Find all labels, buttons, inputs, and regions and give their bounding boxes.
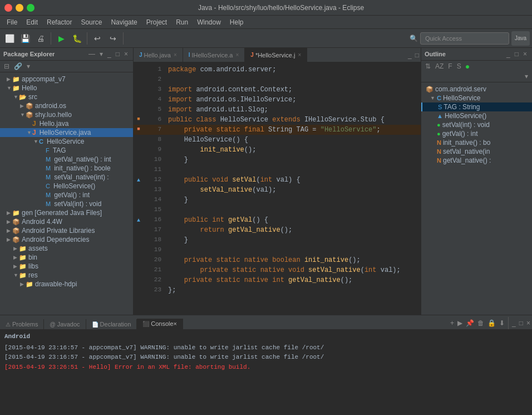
editor-max-button[interactable]: □ [413, 51, 421, 60]
tab-close-button[interactable]: × [174, 320, 177, 327]
menu-window[interactable]: Window [193, 17, 225, 27]
code-line-4: 4 import android.os.IHelloService; [134, 95, 421, 105]
console-close-button[interactable]: × [525, 319, 532, 328]
minimize-button[interactable] [16, 4, 23, 12]
console-min-button[interactable]: _ [510, 319, 518, 328]
outline-close-button[interactable]: × [521, 50, 529, 58]
tab-hello-java[interactable]: J Hello.java × [134, 48, 183, 62]
maximize-panel-button[interactable]: □ [114, 50, 121, 58]
outline-item-getval-native[interactable]: N getVal_native() : [421, 156, 532, 165]
close-button[interactable] [4, 4, 12, 12]
collapse-all-button[interactable]: — [87, 50, 97, 58]
tree-item-android-os[interactable]: ▶ 📦 android.os [0, 101, 133, 110]
menu-help[interactable]: Help [225, 17, 248, 27]
outline-item-init-native[interactable]: N init_native() : bo [421, 138, 532, 147]
redo-button[interactable]: ↪ [106, 31, 120, 46]
code-line-17: 17 return getVal_native(); [134, 225, 421, 235]
tree-item-gen[interactable]: ▶ 📁 gen [Generated Java Files] [0, 208, 133, 217]
menu-project[interactable]: Project [142, 17, 171, 27]
new-console-button[interactable]: + [449, 319, 456, 328]
tree-item-android44w[interactable]: ▶ 📦 Android 4.4W [0, 217, 133, 226]
tree-item-helloservice-class[interactable]: ▼ C HelloService [0, 137, 133, 146]
menu-refactor[interactable]: Refactor [42, 17, 76, 27]
tree-item-bin[interactable]: ▶ 📁 bin [0, 253, 133, 262]
collapse-tree-button[interactable]: ⊟ [2, 62, 11, 71]
run-button[interactable]: ▶ [54, 31, 68, 46]
tab-console[interactable]: ⬛ Console × [137, 319, 183, 329]
tree-item-helloservice-ctor[interactable]: ▶ C HelloService() [0, 182, 133, 191]
print-button[interactable]: 🖨 [33, 31, 48, 46]
tree-item-shy-luo-hello[interactable]: ▼ 📦 shy.luo.hello [0, 110, 133, 119]
sort-alpha-button[interactable]: AZ [434, 62, 445, 71]
tree-item-appcompat[interactable]: ▶ 📁 appcompat_v7 [0, 75, 133, 84]
tree-item-hello-project[interactable]: ▼ 📁 Hello [0, 84, 133, 92]
outline-label: com.android.serv [435, 85, 486, 93]
hide-static-button[interactable]: S [455, 62, 463, 71]
tree-item-src[interactable]: ▼ 📂 src [0, 92, 133, 101]
tree-item-tag-field[interactable]: ▶ F TAG [0, 146, 133, 155]
save-button[interactable]: 💾 [18, 31, 32, 46]
tree-item-assets[interactable]: ▶ 📁 assets [0, 244, 133, 253]
code-editor[interactable]: 1 package com.android.server; 2 3 import… [134, 62, 421, 315]
scroll-lock-button[interactable]: 🔒 [486, 319, 497, 328]
maximize-button[interactable] [27, 4, 35, 12]
new-button[interactable]: ⬜ [2, 31, 17, 46]
link-editor-button[interactable]: 🔗 [12, 62, 24, 71]
tree-item-setval[interactable]: ▶ M setVal(int) : void [0, 199, 133, 208]
menu-edit[interactable]: Edit [22, 17, 42, 27]
tree-item-getval-native[interactable]: ▶ M getVal_native() : int [0, 155, 133, 164]
outline-item-package[interactable]: 📦 com.android.serv [421, 85, 532, 94]
outline-item-ctor[interactable]: ▲ HelloService() [421, 111, 532, 120]
code-line-16: ▲ 16 public int getVal() { [134, 215, 421, 225]
close-panel-button[interactable]: × [122, 50, 130, 58]
tree-item-init-native[interactable]: ▶ M init_native() : boole [0, 164, 133, 173]
outline-item-tag[interactable]: S TAG : String [421, 102, 532, 111]
tree-item-helloservice-java[interactable]: ▼ J HelloService.java [0, 128, 133, 137]
outline-item-getval[interactable]: ● getVal() : int [421, 129, 532, 138]
tab-javadoc[interactable]: @ Javadoc [44, 319, 86, 329]
tree-item-android-dependencies[interactable]: ▶ 📦 Android Dependencies [0, 235, 133, 244]
tree-item-getval[interactable]: ▶ M getVal() : int [0, 191, 133, 199]
tree-item-libs[interactable]: ▶ 📁 libs [0, 262, 133, 271]
menu-source[interactable]: Source [76, 17, 106, 27]
tab-close-button[interactable]: × [298, 52, 301, 58]
clear-console-button[interactable]: 🗑 [476, 319, 486, 328]
tab-close-button[interactable]: × [235, 52, 239, 58]
outline-item-setval[interactable]: ● setVal(int) : void [421, 120, 532, 129]
scroll-end-button[interactable]: ⬇ [497, 319, 506, 328]
explorer-menu-button[interactable]: ▾ [25, 62, 32, 71]
outline-item-helloservice-class[interactable]: ▼ C HelloService [421, 94, 532, 102]
outline-max-button[interactable]: □ [513, 50, 520, 58]
outline-menu-button[interactable]: ▾ [523, 72, 530, 81]
menu-file[interactable]: File [2, 17, 22, 27]
tab-declaration[interactable]: 📄 Declaration [86, 319, 137, 329]
panel-menu-button[interactable]: ▾ [98, 50, 105, 58]
tree-label: assets [28, 245, 48, 252]
tab-helloservice-active[interactable]: J *HelloService.j × [245, 48, 307, 62]
tree-item-drawable-hdpi[interactable]: ▶ 📁 drawable-hdpi [0, 280, 133, 289]
search-input[interactable] [420, 32, 509, 45]
tab-close-button[interactable]: × [174, 52, 177, 58]
outline-item-setval-native[interactable]: N setVal_native(in [421, 147, 532, 156]
debug-button[interactable]: 🐛 [70, 31, 84, 46]
line-marker [134, 275, 144, 285]
tab-problems[interactable]: ⚠ Problems [0, 319, 44, 329]
display-selected-button[interactable]: ▶ [456, 319, 464, 328]
undo-button[interactable]: ↩ [90, 31, 105, 46]
tree-item-android-private-libs[interactable]: ▶ 📦 Android Private Libraries [0, 226, 133, 235]
lib-icon: 📦 [12, 227, 20, 235]
sort-button[interactable]: ⇅ [423, 62, 432, 71]
tree-item-res[interactable]: ▼ 📁 res [0, 271, 133, 280]
outline-min-button[interactable]: _ [505, 50, 512, 58]
tree-item-setval-native[interactable]: ▶ M setVal_native(int) : [0, 173, 133, 182]
editor-min-button[interactable]: _ [406, 51, 413, 60]
java-perspective-button[interactable]: Java [511, 31, 530, 46]
menu-navigate[interactable]: Navigate [106, 17, 141, 27]
pin-console-button[interactable]: 📌 [464, 319, 476, 328]
menu-run[interactable]: Run [171, 17, 193, 27]
hide-fields-button[interactable]: F [446, 62, 454, 71]
tab-ihelloservice[interactable]: I IHelloService.a × [183, 48, 245, 62]
console-max-button[interactable]: □ [518, 319, 525, 328]
tree-item-hello-java[interactable]: ▶ J Hello.java [0, 119, 133, 128]
minimize-panel-button[interactable]: _ [106, 50, 113, 58]
